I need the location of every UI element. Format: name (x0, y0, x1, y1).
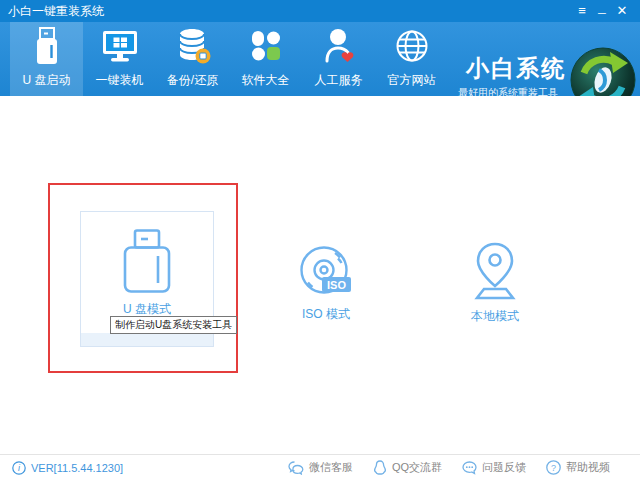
usb-drive-icon (30, 25, 64, 67)
minimize-button[interactable]: ─ (592, 2, 612, 20)
nav-item-customer-service[interactable]: 人工服务 (302, 22, 375, 96)
close-button[interactable]: ✕ (612, 2, 632, 20)
usb-mode-tooltip: 制作启动U盘系统安装工具 (110, 316, 237, 334)
link-label: 微信客服 (309, 460, 353, 475)
help-circle-icon: ? (546, 460, 561, 475)
statusbar-links: 微信客服 QQ交流群 (268, 460, 610, 475)
card-highlight-band (81, 333, 213, 346)
nav-label: 一键装机 (96, 72, 144, 89)
app-window: 小白一键重装系统 ≡ ─ ✕ U 盘启动 (0, 0, 640, 480)
info-icon: i (12, 461, 26, 475)
main-toolbar: U 盘启动 一键装机 (0, 22, 640, 96)
nav-label: 官方网站 (388, 72, 436, 89)
brand-name: 小白系统 (466, 53, 566, 84)
nav-item-official-website[interactable]: 官方网站 (375, 22, 448, 96)
link-qq-group[interactable]: QQ交流群 (373, 460, 442, 475)
nav-label: 备份/还原 (167, 72, 218, 89)
iso-badge-label: ISO (327, 279, 346, 291)
version-text: VER[11.5.44.1230] (31, 462, 123, 474)
statusbar: i VER[11.5.44.1230] 微信客服 (0, 454, 640, 480)
link-wechat-service[interactable]: 微信客服 (288, 460, 353, 475)
svg-text:?: ? (551, 463, 556, 473)
titlebar: 小白一键重装系统 ≡ ─ ✕ (0, 0, 640, 22)
window-controls: ≡ ─ ✕ (572, 2, 632, 20)
nav-label: U 盘启动 (23, 72, 71, 89)
svg-text:i: i (18, 463, 21, 473)
link-label: QQ交流群 (392, 460, 442, 475)
disc-iso-icon: ISO (298, 244, 354, 298)
content-area: U 盘模式 制作启动U盘系统安装工具 ISO (0, 96, 640, 455)
person-heart-icon (322, 25, 356, 67)
link-help-video[interactable]: ? 帮助视频 (546, 460, 610, 475)
nav-item-usb-boot[interactable]: U 盘启动 (10, 22, 83, 96)
mode-local-label: 本地模式 (455, 308, 535, 325)
link-feedback[interactable]: 问题反馈 (462, 460, 526, 475)
feedback-bubble-icon (462, 461, 477, 475)
nav-item-backup-restore[interactable]: 备份/还原 (156, 22, 229, 96)
monitor-windows-icon (101, 25, 139, 67)
map-pin-icon (467, 242, 523, 300)
mode-iso-label: ISO 模式 (286, 306, 366, 323)
nav-item-one-click-install[interactable]: 一键装机 (83, 22, 156, 96)
nav-label: 软件大全 (242, 72, 290, 89)
usb-outline-icon (118, 229, 176, 293)
nav-label: 人工服务 (315, 72, 363, 89)
version-info[interactable]: i VER[11.5.44.1230] (12, 461, 123, 475)
globe-icon (394, 25, 430, 67)
wechat-icon (288, 461, 304, 475)
nav-item-software-collection[interactable]: 软件大全 (229, 22, 302, 96)
qq-icon (373, 460, 387, 475)
apps-clover-icon (249, 25, 283, 67)
mode-iso[interactable]: ISO ISO 模式 (286, 244, 366, 323)
window-title: 小白一键重装系统 (8, 3, 104, 20)
database-backup-icon (175, 25, 211, 67)
mode-local[interactable]: 本地模式 (455, 242, 535, 325)
link-label: 帮助视频 (566, 460, 610, 475)
menu-button[interactable]: ≡ (572, 2, 592, 20)
link-label: 问题反馈 (482, 460, 526, 475)
